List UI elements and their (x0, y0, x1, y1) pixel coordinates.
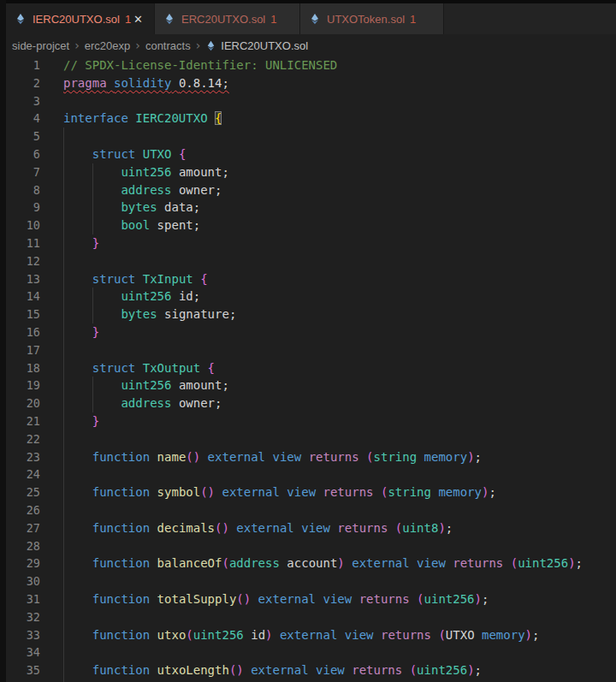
token (63, 450, 92, 464)
code-line[interactable]: 19 uint256 amount; (0, 377, 616, 394)
code-line[interactable]: 8 address owner; (0, 181, 616, 199)
token: ; (222, 378, 228, 392)
code-line[interactable]: 18 struct TxOutput { (0, 359, 616, 377)
tab-utxotoken[interactable]: UTXOToken.sol 1 (300, 3, 444, 34)
code-line[interactable]: 28 (0, 537, 616, 555)
token: solidity (114, 76, 171, 90)
code-line[interactable]: 17 (0, 341, 616, 359)
token: utxo (157, 628, 187, 642)
token: pragma (63, 76, 107, 90)
code-line[interactable]: 24 (0, 466, 616, 483)
code-line[interactable]: 13 struct TxInput { (0, 270, 616, 288)
code-line[interactable]: 4interface IERC20UTXO { (0, 110, 616, 128)
code-line[interactable]: 11 } (0, 234, 616, 252)
code-line[interactable]: 25 function symbol() external view retur… (0, 483, 616, 501)
code-line[interactable]: 21 } (0, 412, 616, 430)
indent-guide (63, 288, 64, 305)
code-line-text: // SPDX-License-Identifier: UNLICENSED (40, 56, 616, 74)
indent-guide (63, 377, 64, 394)
token: { (208, 361, 215, 375)
token: () (236, 592, 251, 606)
code-line[interactable]: 12 (0, 252, 616, 270)
token (63, 628, 92, 642)
problems-badge: 1 (270, 13, 276, 26)
line-number: 29 (0, 554, 40, 572)
code-line[interactable]: 9 bytes data; (0, 199, 616, 216)
token: memory (482, 628, 525, 642)
code-line[interactable]: 22 (0, 430, 616, 448)
token: IERC20UTXO (135, 111, 207, 125)
token (63, 147, 92, 161)
token: UTXO (446, 628, 475, 642)
token: uint256 (417, 663, 467, 677)
indent-guide (63, 590, 64, 608)
breadcrumb-item-folder[interactable]: erc20exp (85, 39, 130, 52)
code-line[interactable]: 5 (0, 128, 616, 145)
indent-guide (63, 323, 64, 341)
token: function (92, 485, 150, 499)
code-line[interactable]: 27 function decimals() external view ret… (0, 519, 616, 537)
code-line[interactable]: 31 function totalSupply() external view … (0, 590, 616, 608)
code-line[interactable]: 35 function utxoLength() external view r… (0, 661, 616, 679)
token: returns (453, 556, 503, 570)
code-line[interactable]: 7 uint256 amount; (0, 163, 616, 181)
indent-guide (63, 572, 64, 590)
token: ) (467, 663, 474, 677)
code-line[interactable]: 26 (0, 501, 616, 519)
token: view (316, 663, 345, 677)
line-number: 2 (0, 74, 40, 92)
tab-ierc20utxo[interactable]: IERC20UTXO.sol 1 ✕ (6, 3, 155, 34)
token (374, 628, 381, 642)
breadcrumb-item-folder[interactable]: contracts (145, 39, 191, 52)
token: uint256 (121, 378, 171, 392)
token: struct (92, 361, 136, 375)
code-line[interactable]: 3 (0, 92, 616, 110)
code-line[interactable]: 34 (0, 643, 616, 661)
token: function (92, 592, 150, 606)
line-number: 27 (0, 519, 40, 537)
code-line-text: struct TxInput { (40, 270, 616, 288)
code-line[interactable]: 16 } (0, 323, 616, 341)
token: external (352, 556, 409, 570)
code-line[interactable]: 23 function name() external view returns… (0, 448, 616, 466)
tab-filename: IERC20UTXO.sol (33, 13, 120, 26)
code-line[interactable]: 10 bool spent; (0, 216, 616, 234)
token: ; (475, 663, 482, 677)
line-number: 30 (0, 572, 40, 590)
line-number: 35 (0, 661, 40, 679)
tab-erc20utxo[interactable]: ERC20UTXO.sol 1 (155, 3, 300, 34)
close-tab-icon[interactable]: ✕ (131, 12, 145, 27)
code-line[interactable]: 1// SPDX-License-Identifier: UNLICENSED (0, 56, 616, 74)
code-line[interactable]: 14 uint256 id; (0, 288, 616, 305)
indent-guide (92, 163, 93, 181)
tab-filename: ERC20UTXO.sol (181, 13, 265, 26)
code-line[interactable]: 33 function utxo(uint256 id) external vi… (0, 626, 616, 644)
code-line[interactable]: 6 struct UTXO { (0, 145, 616, 163)
tab-bar: IERC20UTXO.sol 1 ✕ ERC20UTXO.sol 1 UTXOT… (0, 3, 616, 34)
token: ; (215, 183, 222, 197)
indent-guide (63, 661, 64, 679)
code-line-text: function utxo(uint256 id) external view … (40, 626, 616, 644)
code-line[interactable]: 29 function balanceOf(address account) e… (0, 554, 616, 572)
line-number: 24 (0, 466, 40, 483)
token: returns (352, 663, 402, 677)
breadcrumb-item-folder[interactable]: side-projcet (12, 39, 69, 52)
token: ) (475, 592, 482, 606)
token: uint256 (518, 556, 568, 570)
code-line[interactable]: 32 (0, 608, 616, 626)
code-line[interactable]: 2pragma solidity 0.8.14; (0, 74, 616, 92)
line-number: 33 (0, 626, 40, 644)
token: function (92, 663, 150, 677)
code-line[interactable]: 30 (0, 572, 616, 590)
code-line-text (40, 643, 616, 661)
token (171, 289, 178, 303)
code-line[interactable]: 15 bytes signature; (0, 305, 616, 323)
indent-guide (92, 394, 93, 412)
token: memory (438, 485, 482, 499)
breadcrumb-item-file[interactable]: IERC20UTXO.sol (205, 39, 308, 52)
code-line[interactable]: 20 address owner; (0, 394, 616, 412)
token (294, 521, 301, 535)
token: returns (337, 521, 388, 535)
indent-guide (63, 234, 64, 252)
token (345, 663, 352, 677)
